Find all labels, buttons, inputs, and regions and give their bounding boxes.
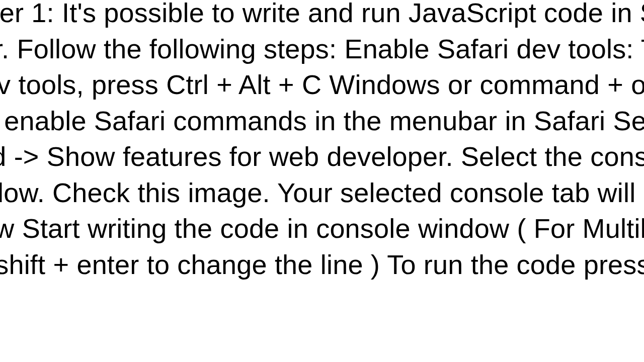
document-paragraph: Answer 1: It's possible to write and run… <box>0 0 644 283</box>
